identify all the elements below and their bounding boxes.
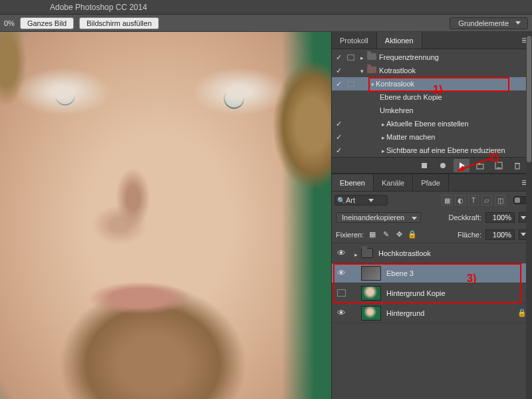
lock-transparent-icon[interactable]: ▦	[368, 230, 377, 239]
opacity-label: Deckkraft:	[448, 213, 481, 221]
expand-icon[interactable]	[358, 53, 365, 61]
tab-aktionen[interactable]: Aktionen	[377, 32, 422, 49]
chevron-down-icon	[515, 21, 521, 25]
filter-type-icons: ▦ ◐ T ▱ ◫	[442, 195, 505, 205]
svg-rect-3	[477, 164, 483, 169]
expand-icon[interactable]	[380, 146, 386, 154]
layer-row[interactable]: Hintergrund Kopie	[332, 283, 532, 303]
svg-rect-0	[422, 163, 427, 168]
action-row-selected[interactable]: ✓ Kontraslook	[332, 77, 532, 90]
layers-panel: Ebenen Kanäle Pfade ≡ 🔍 Art ▦ ◐ T ▱ ◫	[332, 173, 532, 399]
tab-pfade[interactable]: Pfade	[413, 174, 449, 191]
actions-list: ✓ Frequenztrennung ✓ Kotrastlook ✓ Kontr…	[332, 49, 532, 157]
image-content	[0, 32, 331, 399]
blend-mode-dropdown[interactable]: Ineinanderkopieren	[336, 212, 421, 223]
titlebar: Adobe Photoshop CC 2014	[0, 0, 532, 15]
zoom-value[interactable]: 0%	[4, 19, 15, 27]
filter-type-icon[interactable]: T	[468, 195, 479, 205]
action-row[interactable]: ✓ Frequenztrennung	[332, 51, 532, 64]
fill-input[interactable]	[485, 229, 515, 240]
opacity-input[interactable]	[485, 212, 515, 223]
layer-row-selected[interactable]: 👁 Ebene 3	[332, 263, 532, 283]
visibility-toggle[interactable]: 👁	[332, 308, 350, 318]
blend-opacity-row: Ineinanderkopieren Deckkraft:	[332, 209, 532, 226]
action-row[interactable]: Ebene durch Kopie	[332, 90, 532, 104]
workspace-label: Grundelemente	[458, 19, 509, 27]
expand-icon[interactable]	[380, 120, 386, 128]
chevron-down-icon	[412, 217, 417, 220]
layer-name: Hintergrund	[386, 309, 424, 317]
action-label: Ebene durch Kopie	[380, 93, 442, 101]
toggle-check[interactable]: ✓	[332, 66, 345, 75]
toggle-check[interactable]: ✓	[332, 120, 345, 128]
new-action-icon[interactable]	[491, 159, 507, 172]
folder-icon	[367, 53, 376, 60]
visibility-toggle[interactable]: 👁	[332, 268, 350, 278]
filter-kind-dropdown[interactable]: 🔍 Art	[334, 195, 388, 205]
folder-icon	[361, 248, 373, 258]
lock-pixels-icon[interactable]: ✎	[381, 230, 390, 239]
fill-screen-button[interactable]: Bildschirm ausfüllen	[79, 17, 159, 29]
layer-group-row[interactable]: 👁 Hochkotrastlook	[332, 243, 532, 263]
workspace-dropdown[interactable]: Grundelemente	[450, 17, 528, 29]
new-set-icon[interactable]	[472, 159, 488, 172]
document-canvas[interactable]	[0, 32, 331, 399]
filter-smart-icon[interactable]: ◫	[495, 195, 505, 205]
action-row[interactable]: Umkehren	[332, 104, 532, 117]
layer-thumbnail[interactable]	[361, 306, 381, 321]
action-row[interactable]: ✓ Matter machen	[332, 130, 532, 144]
fit-screen-button[interactable]: Ganzes Bild	[20, 17, 74, 29]
tab-ebenen[interactable]: Ebenen	[332, 174, 374, 191]
layer-row[interactable]: 👁 Hintergrund 🔒	[332, 303, 532, 323]
scrollbar-thumb[interactable]	[527, 36, 531, 162]
expand-icon[interactable]	[369, 80, 376, 88]
dialog-toggle[interactable]	[345, 55, 356, 61]
action-label: Frequenztrennung	[379, 53, 439, 61]
filter-adjust-icon[interactable]: ◐	[455, 195, 466, 205]
dialog-toggle[interactable]	[345, 81, 356, 87]
expand-icon[interactable]	[358, 66, 365, 74]
tab-protokoll[interactable]: Protokoll	[332, 32, 377, 49]
lock-icons-group: ▦ ✎ ✥ 🔒	[368, 230, 417, 239]
expand-icon[interactable]	[352, 247, 359, 259]
action-label: Kotrastlook	[379, 66, 416, 74]
layer-thumbnail[interactable]	[361, 266, 381, 281]
svg-rect-7	[515, 164, 519, 169]
action-row[interactable]: ✓ Kotrastlook	[332, 64, 532, 77]
layer-name: Ebene 3	[386, 269, 414, 277]
record-icon[interactable]	[435, 159, 451, 172]
action-row[interactable]: ✓ Aktuelle Ebene einstellen	[332, 117, 532, 130]
layer-name: Hintergrund Kopie	[386, 289, 446, 297]
play-icon[interactable]	[454, 159, 469, 172]
toggle-check[interactable]: ✓	[332, 133, 345, 142]
visibility-toggle[interactable]	[332, 289, 350, 297]
tab-kanaele[interactable]: Kanäle	[374, 174, 413, 191]
actions-panel-tabs: Protokoll Aktionen ≡	[332, 32, 532, 49]
lock-fill-row: Fixieren: ▦ ✎ ✥ 🔒 Fläche:	[332, 226, 532, 243]
app-title: Adobe Photoshop CC 2014	[50, 3, 147, 12]
expand-icon[interactable]	[380, 133, 386, 141]
toggle-check[interactable]: ✓	[332, 53, 345, 62]
toggle-check[interactable]: ✓	[332, 80, 345, 88]
lock-position-icon[interactable]: ✥	[394, 230, 404, 239]
stop-icon[interactable]	[416, 159, 432, 172]
layer-filter-row: 🔍 Art ▦ ◐ T ▱ ◫	[332, 192, 532, 209]
fill-label: Fläche:	[458, 231, 481, 239]
options-bar: 0% Ganzes Bild Bildschirm ausfüllen Grun…	[0, 15, 532, 32]
layer-thumbnail[interactable]	[361, 286, 381, 301]
toggle-check[interactable]: ✓	[332, 146, 345, 155]
action-label: Umkehren	[380, 106, 414, 114]
filter-kind-label: Art	[346, 196, 355, 204]
layers-panel-tabs: Ebenen Kanäle Pfade ≡	[332, 174, 532, 192]
svg-rect-4	[477, 163, 480, 164]
filter-pixel-icon[interactable]: ▦	[442, 195, 452, 205]
lock-label: Fixieren:	[336, 231, 364, 239]
lock-all-icon[interactable]: 🔒	[408, 230, 417, 239]
trash-icon[interactable]	[509, 159, 525, 172]
action-row[interactable]: ✓ Sichtbare auf eine Ebene reduzieren	[332, 144, 532, 157]
filter-shape-icon[interactable]: ▱	[481, 195, 492, 205]
panel-scrollbar[interactable]	[526, 32, 532, 399]
visibility-toggle[interactable]: 👁	[332, 248, 350, 258]
panels-area: Protokoll Aktionen ≡ ✓ Frequenztrennung …	[331, 32, 532, 399]
action-label: Sichtbare auf eine Ebene reduzieren	[386, 146, 505, 154]
